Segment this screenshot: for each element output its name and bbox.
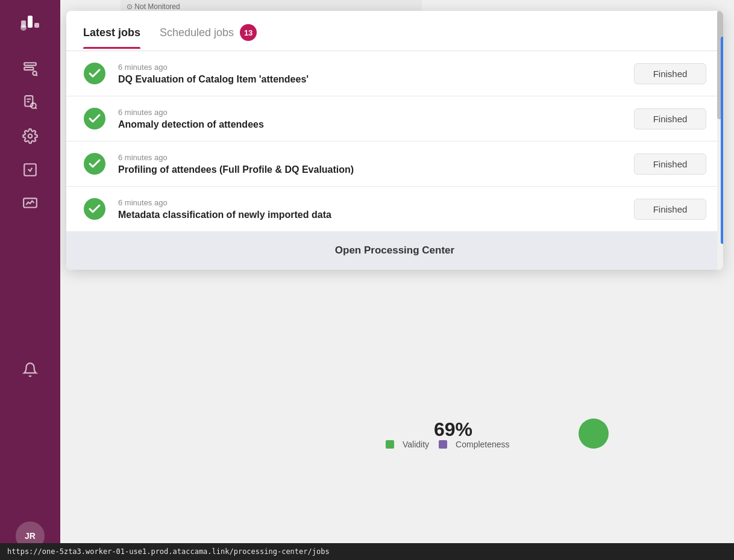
blue-edge-indicator [721,37,723,244]
svg-rect-5 [24,67,33,70]
tab-scheduled-jobs[interactable]: Scheduled jobs 13 [160,11,257,51]
svg-rect-14 [24,164,36,176]
job-name: Anomaly detection of attendees [118,119,622,130]
not-monitored-text: ⊙ Not Monitored [127,2,180,11]
job-info: 6 minutes ago Profiling of attendees (Fu… [118,153,622,175]
tab-latest-jobs[interactable]: Latest jobs [83,13,140,49]
success-icon [83,198,106,220]
sidebar: JR [0,0,60,560]
validity-dot [386,440,394,449]
sidebar-item-search[interactable] [16,54,45,83]
job-name: Metadata classification of newly importe… [118,210,622,220]
svg-rect-2 [28,16,33,28]
svg-rect-3 [34,23,39,28]
open-processing-center-button[interactable]: Open Processing Center [66,231,723,270]
url-bar: https://one-5zta3.worker-01-use1.prod.at… [0,543,734,560]
job-name: Profiling of attendees (Full Profile & D… [118,164,622,175]
status-badge: Finished [634,199,706,220]
job-list: 6 minutes ago DQ Evaluation of Catalog I… [66,51,723,231]
svg-rect-1 [21,20,26,28]
status-badge: Finished [634,108,706,129]
completeness-label: Completeness [456,440,510,449]
job-time: 6 minutes ago [118,198,622,207]
job-info: 6 minutes ago Anomaly detection of atten… [118,108,622,130]
bg-green-circle [579,418,609,449]
completeness-dot [439,440,447,449]
svg-line-7 [36,75,37,76]
status-badge: Finished [634,154,706,175]
success-icon [83,107,106,130]
sidebar-item-monitor[interactable] [16,189,45,218]
url-bar-text: https://one-5zta3.worker-01-use1.prod.at… [7,547,330,556]
validity-label: Validity [403,440,429,449]
job-info: 6 minutes ago Metadata classification of… [118,198,622,220]
scheduled-jobs-badge: 13 [240,24,257,41]
svg-rect-4 [24,63,36,65]
sidebar-logo[interactable] [17,10,43,37]
job-time: 6 minutes ago [118,63,622,72]
success-icon [83,62,106,85]
job-time: 6 minutes ago [118,108,622,117]
popup-panel: Latest jobs Scheduled jobs 13 6 minutes … [66,11,723,270]
sidebar-item-doc-search[interactable] [16,88,45,117]
bg-percent: 69% [434,418,472,441]
svg-line-12 [36,108,37,109]
sidebar-item-checklist[interactable] [16,155,45,184]
sidebar-item-settings[interactable] [16,122,45,151]
job-name: DQ Evaluation of Catalog Item 'attendees… [118,74,622,85]
main-content: Validity Completeness 69% Latest jobs Sc… [60,0,734,560]
svg-point-13 [28,134,33,138]
svg-point-6 [33,71,37,75]
table-row[interactable]: 6 minutes ago Profiling of attendees (Fu… [66,142,723,187]
table-row[interactable]: 6 minutes ago Metadata classification of… [66,187,723,231]
status-badge: Finished [634,63,706,84]
table-row[interactable]: 6 minutes ago DQ Evaluation of Catalog I… [66,51,723,96]
success-icon [83,152,106,175]
table-row[interactable]: 6 minutes ago Anomaly detection of atten… [66,96,723,142]
sidebar-item-bell[interactable] [16,355,45,384]
job-time: 6 minutes ago [118,153,622,162]
tabs-header: Latest jobs Scheduled jobs 13 [66,11,723,51]
bg-stats: Validity Completeness [386,440,510,449]
job-info: 6 minutes ago DQ Evaluation of Catalog I… [118,63,622,85]
